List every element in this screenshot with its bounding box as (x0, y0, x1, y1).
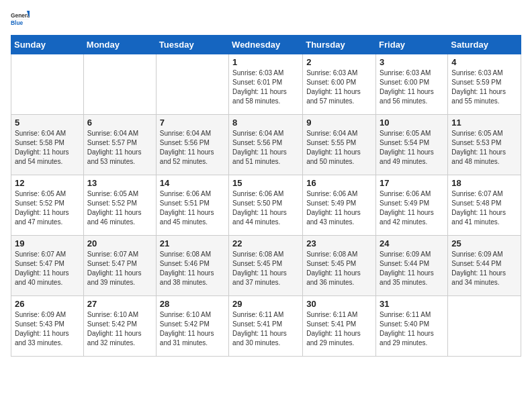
day-info: Sunrise: 6:04 AM Sunset: 5:58 PM Dayligh… (15, 129, 80, 167)
day-number: 25 (451, 238, 517, 248)
day-info: Sunrise: 6:09 AM Sunset: 5:44 PM Dayligh… (380, 250, 444, 287)
day-info: Sunrise: 6:10 AM Sunset: 5:42 PM Dayligh… (87, 310, 152, 348)
day-number: 10 (380, 118, 444, 128)
day-number: 17 (380, 178, 444, 188)
day-number: 20 (87, 238, 152, 248)
calendar-cell: 26Sunrise: 6:09 AM Sunset: 5:43 PM Dayli… (11, 296, 84, 357)
day-info: Sunrise: 6:03 AM Sunset: 5:59 PM Dayligh… (451, 68, 517, 106)
day-number: 26 (15, 299, 80, 309)
header-day-monday: Monday (83, 36, 156, 54)
day-info: Sunrise: 6:11 AM Sunset: 5:41 PM Dayligh… (232, 310, 299, 348)
calendar-cell: 18Sunrise: 6:07 AM Sunset: 5:48 PM Dayli… (448, 175, 521, 236)
day-info: Sunrise: 6:05 AM Sunset: 5:54 PM Dayligh… (380, 129, 444, 167)
day-info: Sunrise: 6:09 AM Sunset: 5:43 PM Dayligh… (15, 310, 80, 348)
day-info: Sunrise: 6:06 AM Sunset: 5:50 PM Dayligh… (232, 189, 299, 227)
day-number: 14 (160, 178, 225, 188)
day-info: Sunrise: 6:09 AM Sunset: 5:44 PM Dayligh… (451, 250, 517, 287)
calendar-cell (448, 296, 521, 357)
day-info: Sunrise: 6:04 AM Sunset: 5:55 PM Dayligh… (306, 129, 372, 167)
day-info: Sunrise: 6:08 AM Sunset: 5:45 PM Dayligh… (232, 250, 299, 287)
day-number: 21 (160, 238, 225, 248)
day-info: Sunrise: 6:11 AM Sunset: 5:40 PM Dayligh… (380, 310, 444, 348)
day-info: Sunrise: 6:11 AM Sunset: 5:41 PM Dayligh… (306, 310, 372, 348)
day-info: Sunrise: 6:08 AM Sunset: 5:45 PM Dayligh… (306, 250, 372, 287)
day-number: 11 (451, 118, 517, 128)
day-number: 8 (232, 118, 299, 128)
calendar-cell (11, 54, 84, 115)
day-number: 19 (15, 238, 80, 248)
day-number: 9 (306, 118, 372, 128)
calendar-cell: 28Sunrise: 6:10 AM Sunset: 5:42 PM Dayli… (156, 296, 228, 357)
calendar-cell: 19Sunrise: 6:07 AM Sunset: 5:47 PM Dayli… (11, 236, 84, 296)
calendar-cell: 9Sunrise: 6:04 AM Sunset: 5:55 PM Daylig… (303, 115, 376, 175)
header-day-friday: Friday (376, 36, 448, 54)
day-info: Sunrise: 6:04 AM Sunset: 5:56 PM Dayligh… (232, 129, 299, 167)
calendar-cell: 3Sunrise: 6:03 AM Sunset: 6:00 PM Daylig… (376, 54, 448, 115)
day-info: Sunrise: 6:07 AM Sunset: 5:47 PM Dayligh… (87, 250, 152, 287)
day-info: Sunrise: 6:06 AM Sunset: 5:51 PM Dayligh… (160, 189, 225, 227)
calendar-cell: 1Sunrise: 6:03 AM Sunset: 6:01 PM Daylig… (229, 54, 303, 115)
day-info: Sunrise: 6:03 AM Sunset: 6:00 PM Dayligh… (306, 68, 372, 106)
week-row-3: 12Sunrise: 6:05 AM Sunset: 5:52 PM Dayli… (11, 175, 521, 236)
week-row-4: 19Sunrise: 6:07 AM Sunset: 5:47 PM Dayli… (11, 236, 521, 296)
calendar-cell: 17Sunrise: 6:06 AM Sunset: 5:49 PM Dayli… (376, 175, 448, 236)
page-header: General Blue (11, 11, 521, 30)
calendar-cell: 11Sunrise: 6:05 AM Sunset: 5:53 PM Dayli… (448, 115, 521, 175)
week-row-5: 26Sunrise: 6:09 AM Sunset: 5:43 PM Dayli… (11, 296, 521, 357)
day-number: 4 (451, 57, 517, 67)
day-info: Sunrise: 6:03 AM Sunset: 6:01 PM Dayligh… (232, 68, 299, 106)
week-row-2: 5Sunrise: 6:04 AM Sunset: 5:58 PM Daylig… (11, 115, 521, 175)
header-row: SundayMondayTuesdayWednesdayThursdayFrid… (11, 36, 521, 54)
day-number: 16 (306, 178, 372, 188)
day-number: 13 (87, 178, 152, 188)
calendar-cell: 22Sunrise: 6:08 AM Sunset: 5:45 PM Dayli… (229, 236, 303, 296)
calendar-cell: 31Sunrise: 6:11 AM Sunset: 5:40 PM Dayli… (376, 296, 448, 357)
day-info: Sunrise: 6:03 AM Sunset: 6:00 PM Dayligh… (380, 68, 444, 106)
logo-icon: General Blue (11, 11, 30, 30)
calendar-cell: 30Sunrise: 6:11 AM Sunset: 5:41 PM Dayli… (303, 296, 376, 357)
header-day-sunday: Sunday (11, 36, 84, 54)
day-number: 6 (87, 118, 152, 128)
day-number: 12 (15, 178, 80, 188)
day-number: 3 (380, 57, 444, 67)
day-info: Sunrise: 6:10 AM Sunset: 5:42 PM Dayligh… (160, 310, 225, 348)
day-number: 5 (15, 118, 80, 128)
day-info: Sunrise: 6:04 AM Sunset: 5:57 PM Dayligh… (87, 129, 152, 167)
day-number: 7 (160, 118, 225, 128)
calendar-cell: 2Sunrise: 6:03 AM Sunset: 6:00 PM Daylig… (303, 54, 376, 115)
svg-text:General: General (11, 12, 30, 19)
day-number: 31 (380, 299, 444, 309)
day-info: Sunrise: 6:06 AM Sunset: 5:49 PM Dayligh… (380, 189, 444, 227)
day-info: Sunrise: 6:06 AM Sunset: 5:49 PM Dayligh… (306, 189, 372, 227)
calendar-cell: 21Sunrise: 6:08 AM Sunset: 5:46 PM Dayli… (156, 236, 228, 296)
calendar-cell: 4Sunrise: 6:03 AM Sunset: 5:59 PM Daylig… (448, 54, 521, 115)
day-info: Sunrise: 6:04 AM Sunset: 5:56 PM Dayligh… (160, 129, 225, 167)
calendar-cell: 14Sunrise: 6:06 AM Sunset: 5:51 PM Dayli… (156, 175, 228, 236)
header-day-wednesday: Wednesday (229, 36, 303, 54)
calendar-cell: 24Sunrise: 6:09 AM Sunset: 5:44 PM Dayli… (376, 236, 448, 296)
day-number: 28 (160, 299, 225, 309)
calendar-cell: 13Sunrise: 6:05 AM Sunset: 5:52 PM Dayli… (83, 175, 156, 236)
header-day-tuesday: Tuesday (156, 36, 228, 54)
day-number: 18 (451, 178, 517, 188)
calendar-cell: 15Sunrise: 6:06 AM Sunset: 5:50 PM Dayli… (229, 175, 303, 236)
calendar-cell: 12Sunrise: 6:05 AM Sunset: 5:52 PM Dayli… (11, 175, 84, 236)
calendar-cell: 25Sunrise: 6:09 AM Sunset: 5:44 PM Dayli… (448, 236, 521, 296)
day-number: 1 (232, 57, 299, 67)
day-number: 22 (232, 238, 299, 248)
calendar-cell (83, 54, 156, 115)
calendar-cell: 16Sunrise: 6:06 AM Sunset: 5:49 PM Dayli… (303, 175, 376, 236)
day-number: 30 (306, 299, 372, 309)
day-number: 24 (380, 238, 444, 248)
svg-text:Blue: Blue (11, 19, 23, 26)
calendar-cell: 20Sunrise: 6:07 AM Sunset: 5:47 PM Dayli… (83, 236, 156, 296)
calendar-cell: 8Sunrise: 6:04 AM Sunset: 5:56 PM Daylig… (229, 115, 303, 175)
calendar-table: SundayMondayTuesdayWednesdayThursdayFrid… (11, 35, 521, 357)
logo: General Blue (11, 11, 30, 30)
week-row-1: 1Sunrise: 6:03 AM Sunset: 6:01 PM Daylig… (11, 54, 521, 115)
calendar-cell: 29Sunrise: 6:11 AM Sunset: 5:41 PM Dayli… (229, 296, 303, 357)
day-number: 15 (232, 178, 299, 188)
day-number: 2 (306, 57, 372, 67)
header-day-thursday: Thursday (303, 36, 376, 54)
day-info: Sunrise: 6:08 AM Sunset: 5:46 PM Dayligh… (160, 250, 225, 287)
